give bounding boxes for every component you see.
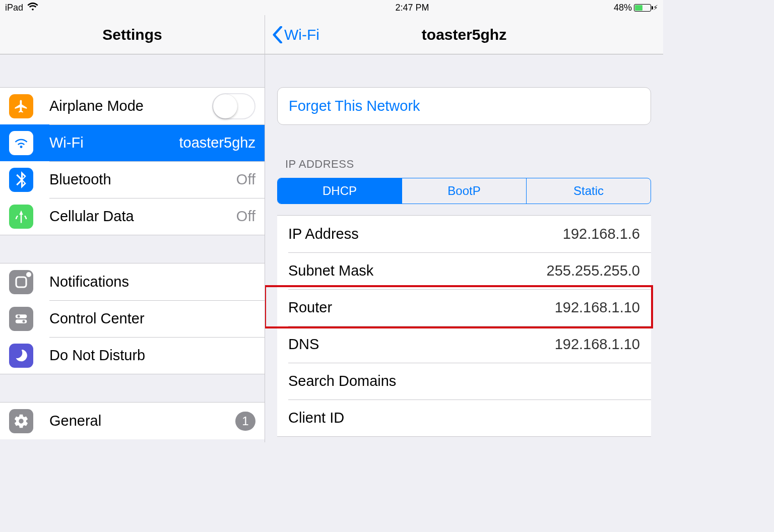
search-domains-label: Search Domains: [288, 373, 640, 389]
wifi-status-icon: [27, 3, 38, 13]
bluetooth-label: Bluetooth: [49, 171, 236, 188]
ip-mode-segmented: DHCP BootP Static: [277, 178, 651, 204]
subnet-mask-label: Subnet Mask: [288, 262, 547, 279]
sidebar-item-general[interactable]: General 1: [0, 403, 265, 439]
status-time: 2:47 PM: [267, 3, 557, 13]
charging-icon: ⚡︎: [653, 4, 658, 12]
detail-pane: Wi-Fi toaster5ghz Forget This Network IP…: [265, 15, 663, 442]
svg-rect-3: [16, 319, 27, 323]
notifications-icon: [9, 270, 33, 294]
row-client-id[interactable]: Client ID: [277, 400, 651, 436]
spacer: [0, 54, 265, 87]
sidebar-item-wifi[interactable]: Wi-Fi toaster5ghz: [0, 124, 265, 161]
svg-rect-0: [16, 277, 26, 287]
sidebar-group-general: General 1: [0, 402, 265, 439]
subnet-mask-value: 255.255.255.0: [547, 262, 640, 279]
battery-icon: [634, 4, 651, 12]
ip-details-list: IP Address 192.168.1.6 Subnet Mask 255.2…: [277, 215, 651, 437]
sidebar-titlebar: Settings: [0, 15, 265, 54]
sidebar-item-airplane[interactable]: Airplane Mode: [0, 88, 265, 124]
sidebar-title: Settings: [102, 26, 162, 43]
svg-point-2: [18, 315, 20, 317]
wifi-label: Wi-Fi: [49, 135, 179, 151]
row-subnet-mask[interactable]: Subnet Mask 255.255.255.0: [277, 252, 651, 289]
forget-network-group: Forget This Network: [277, 87, 651, 125]
forget-network-button[interactable]: Forget This Network: [278, 88, 651, 124]
bluetooth-icon: [9, 168, 33, 192]
status-left: iPad: [5, 3, 267, 13]
router-value: 192.168.1.10: [555, 299, 640, 316]
spacer: [0, 374, 265, 402]
segment-bootp[interactable]: BootP: [402, 178, 526, 204]
airplane-label: Airplane Mode: [49, 98, 212, 114]
svg-point-4: [23, 320, 25, 322]
segment-dhcp[interactable]: DHCP: [278, 178, 402, 204]
sidebar: Settings Airplane Mode: [0, 15, 265, 442]
sidebar-item-notifications[interactable]: Notifications: [0, 263, 265, 300]
detail-titlebar: Wi-Fi toaster5ghz: [265, 15, 663, 54]
controlcenter-label: Control Center: [49, 310, 255, 327]
sidebar-item-dnd[interactable]: Do Not Disturb: [0, 337, 265, 374]
back-label: Wi-Fi: [284, 26, 319, 43]
detail-title: toaster5ghz: [265, 26, 663, 43]
device-label: iPad: [5, 3, 23, 13]
row-ip-address[interactable]: IP Address 192.168.1.6: [277, 216, 651, 252]
wifi-value: toaster5ghz: [179, 135, 255, 151]
dnd-label: Do Not Disturb: [49, 347, 255, 364]
ip-address-header: IP ADDRESS: [285, 158, 651, 171]
battery-percent: 48%: [614, 3, 632, 13]
notifications-label: Notifications: [49, 274, 255, 290]
router-label: Router: [288, 299, 555, 316]
sidebar-group-connectivity: Airplane Mode Wi-Fi toaster5ghz: [0, 87, 265, 235]
app-root: iPad 2:47 PM 48% ⚡︎ Settings: [0, 0, 663, 442]
row-search-domains[interactable]: Search Domains: [277, 363, 651, 400]
controlcenter-icon: [9, 307, 33, 331]
cellular-label: Cellular Data: [49, 208, 236, 225]
sidebar-scroll[interactable]: Airplane Mode Wi-Fi toaster5ghz: [0, 54, 265, 439]
sidebar-item-controlcenter[interactable]: Control Center: [0, 300, 265, 337]
detail-scroll[interactable]: Forget This Network IP ADDRESS DHCP Boot…: [265, 54, 663, 437]
ip-address-value: 192.168.1.6: [563, 226, 640, 242]
cellular-value: Off: [236, 208, 255, 225]
status-bar: iPad 2:47 PM 48% ⚡︎: [0, 0, 663, 15]
general-label: General: [49, 413, 235, 429]
wifi-icon: [9, 131, 33, 155]
general-badge: 1: [235, 412, 255, 431]
sidebar-item-bluetooth[interactable]: Bluetooth Off: [0, 161, 265, 198]
svg-rect-1: [16, 314, 27, 318]
forget-network-label: Forget This Network: [289, 98, 639, 114]
airplane-icon: [9, 94, 33, 118]
sidebar-item-cellular[interactable]: Cellular Data Off: [0, 198, 265, 235]
dns-value: 192.168.1.10: [555, 336, 640, 353]
row-router[interactable]: Router 192.168.1.10: [277, 289, 651, 326]
airplane-toggle[interactable]: [212, 93, 255, 119]
dnd-icon: [9, 344, 33, 368]
segment-static[interactable]: Static: [526, 178, 651, 204]
dns-label: DNS: [288, 336, 555, 353]
status-right: 48% ⚡︎: [557, 3, 658, 13]
sidebar-group-notifications: Notifications Control Center Do Not Dist…: [0, 263, 265, 374]
bluetooth-value: Off: [236, 171, 255, 188]
cellular-icon: [9, 205, 33, 229]
split-view: Settings Airplane Mode: [0, 15, 663, 442]
back-button[interactable]: Wi-Fi: [265, 26, 319, 43]
chevron-left-icon: [272, 26, 282, 43]
row-dns[interactable]: DNS 192.168.1.10: [277, 326, 651, 363]
client-id-label: Client ID: [288, 410, 640, 426]
ip-address-label: IP Address: [288, 226, 563, 242]
general-icon: [9, 409, 33, 433]
spacer: [0, 235, 265, 263]
